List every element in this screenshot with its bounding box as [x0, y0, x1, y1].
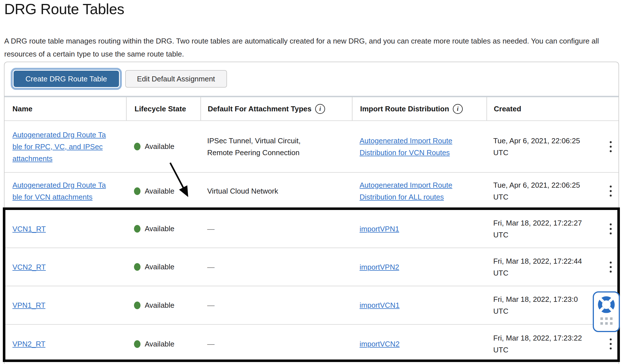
status-available-dot	[134, 225, 140, 233]
table-header-row: Name Lifecycle State Default For Attachm…	[5, 96, 618, 121]
route-table-name-link[interactable]: VCN2_RT	[12, 261, 46, 273]
status-available-dot	[134, 187, 140, 195]
column-header-import-route-distribution: Import Route Distribution i	[352, 97, 486, 120]
page-title: DRG Route Tables	[4, 1, 124, 18]
import-route-distribution-link[interactable]: Autogenerated Import Route Distribution …	[360, 135, 478, 159]
table-row: VPN1_RT Available — importVCN1 Fri, Mar …	[5, 286, 618, 324]
lifecycle-state-label: Available	[145, 187, 174, 196]
attachment-types-empty-dash: —	[207, 261, 215, 273]
lifecycle-state-label: Available	[145, 142, 174, 151]
kebab-menu-icon[interactable]	[608, 139, 613, 154]
column-header-lifecycle-state: Lifecycle State	[126, 97, 200, 120]
import-route-distribution-link[interactable]: importVPN2	[360, 261, 399, 273]
lifecycle-state-label: Available	[145, 263, 174, 271]
attachment-types-empty-dash: —	[207, 338, 215, 350]
status-available-dot	[134, 263, 140, 271]
info-icon[interactable]: i	[315, 104, 325, 114]
route-table-name-link[interactable]: Autogenerated Drg Route Table for VCN at…	[12, 179, 106, 203]
status-available-dot	[134, 143, 140, 150]
attachment-types-empty-dash: —	[207, 299, 215, 311]
help-lifering-icon	[597, 295, 616, 314]
route-table-name-link[interactable]: Autogenerated Drg Route Table for RPC, V…	[12, 129, 106, 164]
created-value: Fri, Mar 18, 2022, 17:23:22 UTC	[493, 332, 588, 356]
drg-route-tables-page: DRG Route Tables A DRG route table manag…	[0, 0, 623, 364]
create-drg-route-table-button[interactable]: Create DRG Route Table	[14, 71, 119, 87]
table-row: Autogenerated Drg Route Table for VCN at…	[5, 172, 618, 209]
created-value: Fri, Mar 18, 2022, 17:23:0 UTC	[493, 293, 588, 317]
status-available-dot	[134, 340, 140, 348]
table-row: VCN1_RT Available — importVPN1 Fri, Mar …	[5, 209, 618, 248]
attachment-types-value: Virtual Cloud Network	[207, 185, 278, 197]
table-row: VCN2_RT Available — importVPN2 Fri, Mar …	[5, 248, 618, 286]
column-header-name: Name	[5, 97, 126, 120]
kebab-menu-icon[interactable]	[608, 184, 613, 198]
status-available-dot	[134, 302, 140, 309]
attachment-types-empty-dash: —	[207, 223, 215, 235]
created-value: Tue, Apr 6, 2021, 22:06:25 UTC	[493, 135, 588, 159]
kebab-menu-icon[interactable]	[608, 337, 613, 351]
import-route-distribution-link[interactable]: Autogenerated Import Route Distribution …	[360, 179, 478, 203]
import-route-distribution-link[interactable]: importVCN1	[360, 299, 400, 311]
edit-default-assignment-button[interactable]: Edit Default Assignment	[125, 70, 227, 88]
info-icon[interactable]: i	[453, 104, 463, 114]
drag-handle-icon[interactable]	[600, 317, 613, 325]
route-table-name-link[interactable]: VCN1_RT	[12, 223, 46, 235]
kebab-menu-icon[interactable]	[608, 222, 613, 236]
route-tables-panel: Create DRG Route Table Edit Default Assi…	[4, 62, 619, 364]
column-header-default-for-attachment-types: Default For Attachment Types i	[200, 97, 352, 120]
attachment-types-value: IPSec Tunnel, Virtual Circuit, Remote Pe…	[207, 135, 321, 159]
lifecycle-state-label: Available	[145, 340, 174, 348]
table-row: VPN2_RT Available — importVCN2 Fri, Mar …	[5, 324, 618, 363]
route-table-name-link[interactable]: VPN1_RT	[12, 299, 46, 311]
created-value: Tue, Apr 6, 2021, 22:06:25 UTC	[493, 179, 588, 203]
created-value: Fri, Mar 18, 2022, 17:22:44 UTC	[493, 255, 588, 279]
route-table-name-link[interactable]: VPN2_RT	[12, 338, 46, 350]
column-header-created: Created	[486, 97, 618, 120]
table-row: Autogenerated Drg Route Table for RPC, V…	[5, 121, 618, 172]
kebab-menu-icon[interactable]	[608, 260, 613, 274]
import-route-distribution-link[interactable]: importVPN1	[360, 223, 399, 235]
created-value: Fri, Mar 18, 2022, 17:22:27 UTC	[493, 217, 588, 241]
lifecycle-state-label: Available	[145, 301, 174, 310]
toolbar: Create DRG Route Table Edit Default Assi…	[5, 62, 618, 96]
import-route-distribution-link[interactable]: importVCN2	[360, 338, 400, 350]
page-description: A DRG route table manages routing within…	[4, 34, 601, 60]
lifecycle-state-label: Available	[145, 224, 174, 233]
help-widget-button[interactable]	[593, 291, 620, 332]
